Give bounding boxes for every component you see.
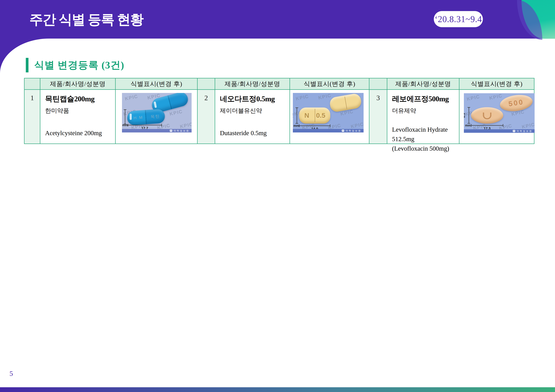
height-value: 8.9	[464, 113, 466, 118]
header-cell-product-2: 제품/회사명/성분명	[215, 78, 290, 90]
header-cell-empty-1	[24, 78, 40, 90]
footer-gradient-bar	[0, 387, 555, 392]
pill-photo-3: KPIC KPIC KPIC KPIC KPIC KPIC KPIC KPIC …	[464, 93, 535, 133]
mm-unit-label: mm	[122, 123, 128, 127]
height-dimension-line: 7.2	[297, 107, 297, 124]
section-title: 식별 변경등록 (3건)	[34, 58, 124, 72]
ingredient: Dutasteride 0.5mg	[220, 128, 285, 138]
kpic-watermark: KPIC	[489, 93, 503, 101]
date-badge: ‘20.8.31~9.4	[434, 11, 483, 27]
kpic-logo-icon	[513, 130, 515, 132]
tablet-logo-mark-icon	[483, 113, 491, 120]
page-title: 주간 식별 등록 현황	[29, 10, 143, 29]
kpic-watermark: KPIC	[179, 121, 192, 129]
orange-tablet-top: 500	[499, 93, 534, 113]
product-cell-2: 네오다트정0.5mg 제이더블유신약 Dutasteride 0.5mg	[215, 90, 290, 143]
yellow-tablet-bottom: N 0.5	[299, 107, 330, 124]
ingredient-alt: (Levofloxacin 500mg)	[392, 144, 455, 153]
product-cell-3: 레보에프정500mg 더유제약 Levofloxacin Hydrate 512…	[387, 90, 460, 143]
header-cell-mark-1: 식별표시(변경 후)	[116, 78, 197, 90]
width-dimension-line: 17.3	[471, 125, 503, 126]
kpic-watermark: KPIC	[466, 94, 480, 102]
height-value: 7.2	[293, 113, 294, 118]
row-number-2: 2	[197, 90, 215, 143]
photo-source-strip: 약학정보원	[464, 129, 535, 133]
kpic-watermark: KPIC	[318, 93, 332, 100]
section-header: 식별 변경등록 (3건)	[26, 58, 124, 72]
kpic-watermark: KPIC	[124, 93, 139, 102]
photo-source-label: 약학정보원	[174, 129, 189, 132]
product-cell-1: 목틴캡슐200mg 한미약품 Acetylcysteine 200mg	[40, 90, 116, 143]
company-name: 더유제약	[392, 107, 455, 115]
orange-tablet-bottom	[471, 107, 503, 124]
header-cell-product-3: 제품/회사명/성분명	[387, 78, 460, 90]
kpic-watermark: KPIC	[295, 93, 309, 102]
height-dimension-line: 6.0	[125, 109, 125, 124]
product-name: 네오다트정0.5mg	[220, 94, 285, 104]
capsule-imprint-hm: H M	[133, 115, 143, 120]
mm-unit-label: mm	[293, 124, 299, 128]
height-dimension-line: 8.9	[469, 107, 469, 124]
mark-cell-3: KPIC KPIC KPIC KPIC KPIC KPIC KPIC KPIC …	[460, 90, 534, 143]
slide: 주간 식별 등록 현황 ‘20.8.31~9.4 식별 변경등록 (3건) 제품…	[0, 0, 555, 392]
date-badge-label: ‘20.8.31~9.4	[435, 14, 482, 24]
product-name: 레보에프정500mg	[392, 94, 455, 104]
header-cell-product-1: 제품/회사명/성분명	[40, 78, 116, 90]
company-name: 제이더블유신약	[220, 107, 285, 115]
kpic-watermark: KPIC	[521, 122, 535, 130]
pill-photo-1: KPIC KPIC KPIC KPIC KPIC KPIC KPIC KPIC …	[122, 93, 192, 132]
row-number-1: 1	[24, 90, 40, 143]
row-number-3: 3	[369, 90, 387, 143]
tablet-imprint-500: 500	[508, 98, 524, 108]
drug-table: 제품/회사명/성분명 식별표시(변경 후) 제품/회사명/성분명 식별표시(변경…	[24, 78, 534, 144]
photo-source-label: 약학정보원	[345, 129, 361, 132]
mm-unit-label: mm	[465, 124, 471, 127]
page-number: 5	[9, 370, 13, 378]
product-name: 목틴캡슐200mg	[45, 94, 111, 104]
photo-source-label: 약학정보원	[517, 130, 532, 133]
kpic-logo-icon	[342, 130, 344, 132]
ingredient: Levofloxacin Hydrate 512.5mg	[392, 125, 455, 144]
mark-cell-2: KPIC KPIC KPIC KPIC KPIC KPIC KPIC KPIC …	[290, 90, 369, 143]
width-dimension-line: 14.0	[299, 126, 330, 126]
width-dimension-line: 17.7	[128, 125, 162, 125]
header-cell-mark-2: 식별표시(변경 후)	[290, 78, 369, 90]
tablet-imprint-05: 0.5	[316, 112, 325, 119]
yellow-tablet-top	[329, 93, 362, 113]
company-name: 한미약품	[45, 107, 111, 115]
header-cell-empty-3	[369, 78, 387, 90]
photo-source-strip: 약학정보원	[122, 129, 192, 132]
photo-source-strip: 약학정보원	[293, 129, 364, 132]
tablet-imprint-n: N	[304, 112, 309, 119]
ingredient: Acetylcysteine 200mg	[45, 128, 111, 138]
kpic-logo-icon	[170, 130, 172, 132]
capsule-imprint-moktin: 목틴	[150, 114, 160, 119]
kpic-watermark: KPIC	[350, 121, 364, 129]
mark-cell-1: KPIC KPIC KPIC KPIC KPIC KPIC KPIC KPIC …	[116, 90, 197, 143]
section-bullet-bar	[26, 58, 29, 72]
blue-capsule-bottom: H M 목틴	[127, 109, 165, 126]
header-cell-empty-2	[197, 78, 215, 90]
header-cell-mark-3: 식별표시(변경 후)	[460, 78, 534, 90]
kpic-watermark: KPIC	[169, 109, 183, 117]
pill-photo-2: KPIC KPIC KPIC KPIC KPIC KPIC KPIC KPIC …	[293, 93, 364, 132]
